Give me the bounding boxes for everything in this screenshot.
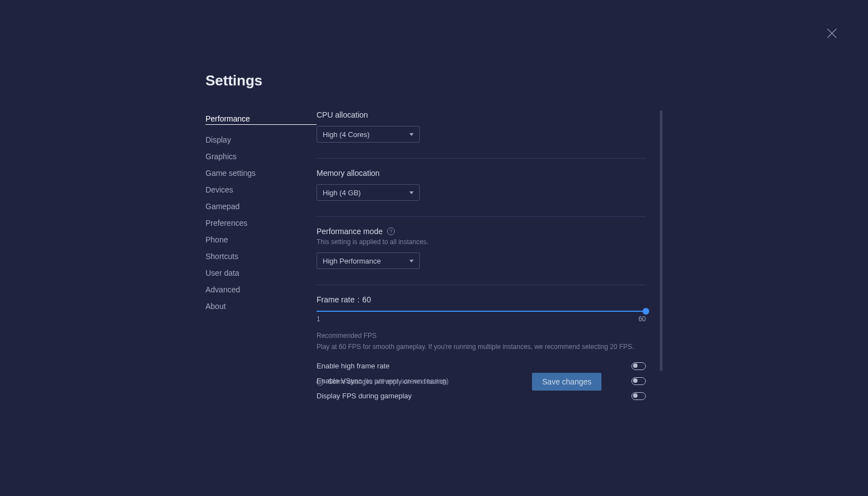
toggle-knob: [633, 363, 638, 368]
sidebar-item-about[interactable]: About: [205, 298, 317, 315]
close-icon: [826, 28, 837, 39]
sidebar-item-display[interactable]: Display: [205, 131, 317, 148]
save-changes-button[interactable]: Save changes: [532, 373, 601, 391]
performance-mode-hint: This setting is applied to all instances…: [317, 238, 646, 246]
framerate-value: 60: [362, 295, 371, 304]
performance-mode-label: Performance mode: [317, 227, 383, 236]
memory-allocation-value: High (4 GB): [323, 189, 361, 197]
sidebar-item-game-settings[interactable]: Game settings: [205, 165, 317, 181]
toggle-knob: [633, 393, 638, 398]
chevron-down-icon: [409, 260, 414, 262]
sidebar-item-phone[interactable]: Phone: [205, 231, 317, 248]
framerate-min: 1: [317, 315, 320, 323]
memory-allocation-label: Memory allocation: [317, 169, 646, 178]
sidebar-item-shortcuts[interactable]: Shortcuts: [205, 248, 317, 265]
footer-note: Some changes will apply on next launch: [328, 378, 446, 386]
performance-mode-value: High Performance: [323, 257, 381, 265]
info-icon: i: [317, 378, 324, 386]
chevron-down-icon: [409, 191, 414, 194]
toggle-knob: [633, 378, 638, 383]
sidebar-item-preferences[interactable]: Preferences: [205, 215, 317, 231]
cpu-allocation-label: CPU allocation: [317, 110, 646, 119]
settings-main-panel: CPU allocation High (4 Cores) Memory all…: [317, 110, 663, 416]
cpu-allocation-dropdown[interactable]: High (4 Cores): [317, 126, 420, 143]
framerate-slider[interactable]: [317, 311, 646, 312]
sidebar-item-gamepad[interactable]: Gamepad: [205, 198, 317, 215]
high-frame-rate-label: Enable high frame rate: [317, 362, 390, 370]
display-fps-label: Display FPS during gameplay: [317, 392, 412, 400]
display-fps-toggle[interactable]: [631, 392, 646, 400]
chevron-down-icon: [409, 133, 414, 136]
sidebar-item-performance[interactable]: Performance: [205, 110, 317, 125]
memory-allocation-dropdown[interactable]: High (4 GB): [317, 184, 420, 201]
recommended-fps-text: Play at 60 FPS for smooth gameplay. If y…: [317, 342, 646, 352]
page-title: Settings: [205, 72, 663, 89]
sidebar-item-graphics[interactable]: Graphics: [205, 148, 317, 165]
high-frame-rate-toggle[interactable]: [631, 362, 646, 370]
help-icon[interactable]: ?: [387, 227, 395, 235]
sidebar-item-devices[interactable]: Devices: [205, 181, 317, 198]
close-button[interactable]: [826, 28, 837, 39]
framerate-max: 60: [639, 315, 646, 323]
sidebar-item-user-data[interactable]: User data: [205, 265, 317, 281]
performance-mode-dropdown[interactable]: High Performance: [317, 252, 420, 269]
framerate-label: Frame rate: [317, 295, 354, 304]
slider-thumb[interactable]: [643, 308, 649, 315]
vsync-toggle[interactable]: [631, 377, 646, 385]
recommended-fps-title: Recommended FPS: [317, 332, 646, 340]
cpu-allocation-value: High (4 Cores): [323, 130, 370, 139]
scrollbar[interactable]: [660, 110, 663, 371]
sidebar-item-advanced[interactable]: Advanced: [205, 281, 317, 298]
settings-sidebar: Performance Display Graphics Game settin…: [205, 110, 317, 416]
